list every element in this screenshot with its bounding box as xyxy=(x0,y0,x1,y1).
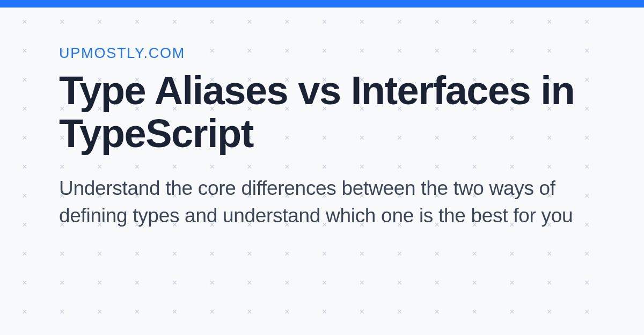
content-container: UPMOSTLY.COM Type Aliases vs Interfaces … xyxy=(0,8,644,229)
article-title: Type Aliases vs Interfaces in TypeScript xyxy=(59,69,585,155)
article-description: Understand the core differences between … xyxy=(59,174,585,229)
top-accent-bar xyxy=(0,0,644,8)
site-name: UPMOSTLY.COM xyxy=(59,45,585,62)
